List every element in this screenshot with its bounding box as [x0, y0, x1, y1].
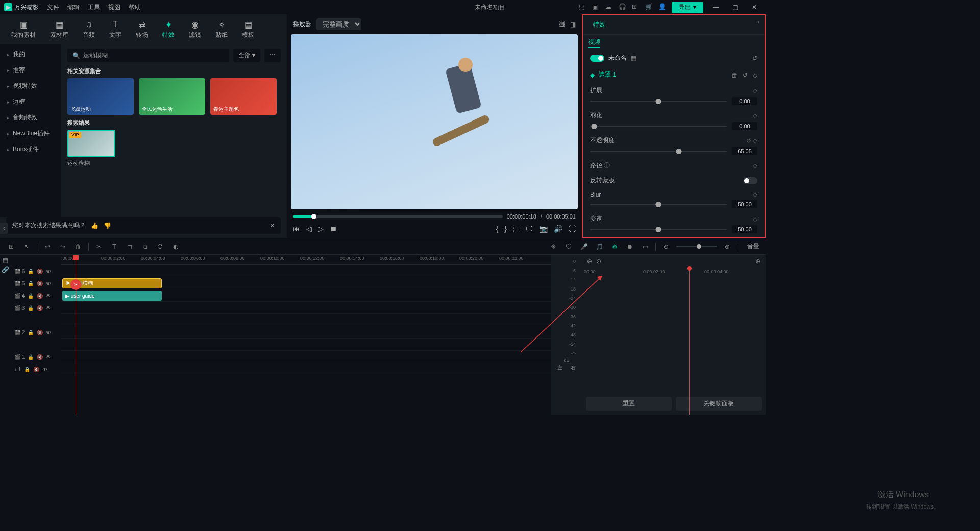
reset-mask-icon[interactable]: ↺ — [743, 71, 748, 79]
media-tab-贴纸[interactable]: ✧贴纸 — [210, 17, 233, 41]
device-icon[interactable]: ⬚ — [579, 3, 587, 11]
lock-icon[interactable]: 🔒 — [28, 269, 34, 274]
reset-icon[interactable]: ↺ — [746, 137, 751, 144]
tl-mic-icon[interactable]: 🎤 — [579, 243, 589, 250]
volume-icon[interactable]: 🔊 — [554, 225, 562, 233]
reset-icon[interactable]: ↺ — [752, 55, 757, 62]
track-row[interactable]: ▶ user guide — [61, 289, 551, 302]
tl-delete-icon[interactable]: 🗑 — [73, 243, 83, 250]
tl-sun-icon[interactable]: ☀ — [548, 243, 558, 250]
lock-icon[interactable]: 🔒 — [28, 305, 34, 311]
value-input[interactable]: 0.00 — [732, 122, 757, 130]
tl-link-icon[interactable]: 🔗 — [0, 266, 10, 273]
eye-icon[interactable]: 👁 — [46, 354, 51, 360]
slider[interactable] — [590, 229, 727, 230]
lock-icon[interactable]: 🔒 — [28, 330, 34, 335]
scissors-icon[interactable]: ✂ — [70, 279, 81, 290]
track-row[interactable] — [61, 326, 551, 339]
value-input[interactable]: 50.00 — [732, 200, 757, 208]
kf-zoom-out[interactable]: ⊖ — [587, 258, 592, 265]
menu-edit[interactable]: 编辑 — [67, 3, 80, 12]
tl-text-icon[interactable]: T — [109, 243, 119, 250]
kf-zoom-fit[interactable]: ⊙ — [596, 258, 601, 265]
playhead[interactable]: ✂ — [76, 255, 76, 415]
menu-file[interactable]: 文件 — [47, 3, 59, 12]
value-input[interactable]: 50.00 — [732, 225, 757, 233]
tl-mixer-icon[interactable]: ⚙ — [609, 243, 620, 250]
mark-in-button[interactable]: { — [496, 225, 499, 233]
tl-music-icon[interactable]: 🎵 — [594, 243, 604, 250]
stop-button[interactable]: ⏹ — [330, 225, 337, 233]
tl-shield-icon[interactable]: 🛡 — [564, 243, 574, 250]
invert-toggle[interactable] — [743, 177, 757, 184]
track-row[interactable] — [61, 314, 551, 326]
inspector-subtab-video[interactable]: 视频 — [588, 38, 600, 48]
track-head[interactable] — [10, 314, 61, 326]
timeline-tracks[interactable]: :00:0000:00:02:0000:00:04:0000:00:06:000… — [61, 255, 551, 415]
sidebar-item[interactable]: 边框 — [0, 94, 61, 110]
keyframe-icon[interactable]: ◇ — [753, 137, 757, 144]
close-button[interactable]: ✕ — [747, 4, 762, 11]
track-head[interactable]: 🎬 4🔒🔇👁 — [10, 289, 61, 302]
mute-icon[interactable]: 🔇 — [37, 330, 43, 335]
quality-select[interactable]: 完整画质 — [316, 18, 361, 30]
sidebar-item[interactable]: Boris插件 — [0, 141, 61, 157]
eye-icon[interactable]: 👁 — [46, 269, 51, 274]
zoom-out-icon[interactable]: ⊖ — [661, 243, 671, 250]
mute-icon[interactable]: 🔇 — [37, 293, 43, 299]
cloud-icon[interactable]: ☁ — [605, 3, 614, 11]
thumbs-down-icon[interactable]: 👎 — [104, 222, 111, 229]
menu-tools[interactable]: 工具 — [88, 3, 100, 12]
slider[interactable] — [590, 151, 727, 152]
effect-enable-toggle[interactable] — [590, 55, 604, 62]
tl-undo-icon[interactable]: ↩ — [42, 243, 53, 250]
slider[interactable] — [590, 101, 727, 102]
slider[interactable] — [590, 204, 727, 205]
eye-icon[interactable]: 👁 — [46, 305, 51, 311]
reset-button[interactable]: 重置 — [586, 397, 672, 411]
track-head[interactable]: 🎬 2🔒🔇👁 — [10, 326, 61, 339]
lock-icon[interactable]: 🔒 — [28, 293, 34, 299]
tl-record-icon[interactable]: ⏺ — [625, 243, 635, 250]
headphone-icon[interactable]: 🎧 — [619, 3, 627, 11]
progress-bar[interactable] — [293, 215, 503, 218]
tl-redo-icon[interactable]: ↪ — [58, 243, 68, 250]
result-thumb[interactable]: VIP运动模糊 — [67, 130, 115, 167]
tl-crop-icon[interactable]: ◻ — [125, 243, 135, 250]
thumbs-up-icon[interactable]: 👍 — [91, 222, 99, 229]
zoom-slider[interactable] — [676, 246, 717, 247]
lock-icon[interactable]: 🔒 — [28, 354, 34, 360]
apps-icon[interactable]: ⊞ — [632, 3, 640, 11]
tl-color-icon[interactable]: ◐ — [170, 243, 181, 250]
snapshot-icon[interactable]: 🖼 — [559, 21, 565, 28]
preview-viewport[interactable] — [291, 34, 578, 209]
media-tab-特效[interactable]: ✦特效 — [157, 17, 180, 41]
timeline-ruler[interactable]: :00:0000:00:02:0000:00:04:0000:00:06:000… — [61, 255, 551, 265]
export-button[interactable]: 导出 ▾ — [672, 2, 703, 13]
zoom-in-icon[interactable]: ⊕ — [722, 243, 732, 250]
collection-thumb[interactable]: 全民运动生活 — [139, 78, 205, 115]
track-head[interactable] — [10, 339, 61, 351]
track-row[interactable] — [61, 339, 551, 351]
tl-marker-icon[interactable]: ▭ — [640, 243, 650, 250]
eye-icon[interactable]: 👁 — [46, 293, 51, 299]
mute-icon[interactable]: 🔇 — [37, 305, 43, 311]
kf-add[interactable]: ⊕ — [755, 258, 761, 265]
kf-playhead[interactable] — [689, 268, 690, 415]
preset-icon[interactable]: ▦ — [631, 55, 636, 62]
value-input[interactable]: 0.00 — [732, 97, 757, 105]
mark-out-button[interactable]: } — [504, 225, 507, 233]
media-tab-音频[interactable]: ♫音频 — [78, 17, 100, 41]
track-head[interactable]: 🎬 6🔒🔇👁 — [10, 265, 61, 277]
camera-icon[interactable]: 📷 — [539, 225, 548, 233]
media-tab-我的素材[interactable]: ▣我的素材 — [6, 17, 41, 41]
media-tab-素材库[interactable]: ▦素材库 — [45, 17, 74, 41]
display-button[interactable]: 🖵 — [526, 225, 533, 233]
mask-label[interactable]: 遮罩 1 — [599, 70, 616, 79]
user-icon[interactable]: 👤 — [658, 3, 667, 11]
media-tab-转场[interactable]: ⇄转场 — [131, 17, 153, 41]
screenshot-icon[interactable]: ▣ — [592, 3, 600, 11]
compare-icon[interactable]: ◨ — [570, 21, 576, 28]
tl-layers-icon[interactable]: ▤ — [0, 257, 10, 264]
track-row[interactable] — [61, 363, 551, 375]
